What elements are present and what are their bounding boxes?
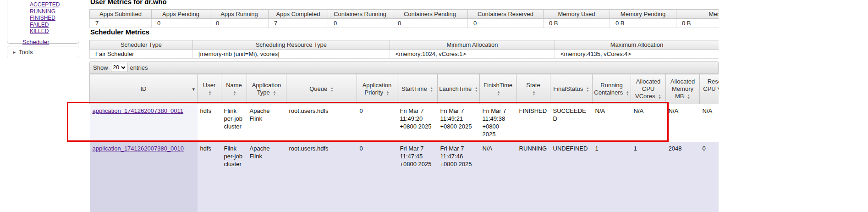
- expand-arrow-icon: ▸: [13, 50, 16, 55]
- col-header-running-containers[interactable]: Running Containers ▲▼: [593, 74, 631, 104]
- sidebar-link-killed[interactable]: KILLED: [30, 28, 49, 34]
- sort-icon: ▲▼: [386, 90, 390, 95]
- sidebar-link-failed[interactable]: FAILED: [30, 22, 49, 28]
- sort-icon: ▲▼: [626, 90, 629, 95]
- col-label: Allocated CPU VCores: [635, 78, 660, 100]
- col-header-allocated-cpu-vcores[interactable]: Allocated CPU VCores ▲▼: [631, 74, 666, 104]
- main-content: User Metrics for dr.who Apps Submitted A…: [89, 0, 719, 212]
- col-header-application-type[interactable]: Application Type ▲▼: [247, 74, 286, 104]
- metrics-col-apps-submitted: Apps Submitted: [90, 10, 152, 19]
- scheduler-col-type: Scheduler Type: [90, 40, 193, 50]
- col-label: LaunchTime: [439, 85, 472, 92]
- table-toolbar: Show 20 entries: [89, 61, 719, 74]
- col-header-allocated-memory-mb[interactable]: Allocated Memory MB ▲▼: [666, 74, 700, 104]
- metrics-value: 0 B: [544, 19, 610, 28]
- sidebar-link-accepted[interactable]: ACCEPTED: [30, 1, 60, 8]
- cell-allocated-memory-mb: N/A: [666, 104, 700, 142]
- sort-icon: ▲▼: [233, 90, 236, 95]
- sort-icon: ▲▼: [475, 87, 478, 92]
- metrics-value: 7: [90, 19, 152, 28]
- sort-desc-icon: ▾: [192, 85, 195, 93]
- col-label: StartTime: [401, 85, 427, 92]
- cell-application-priority: 0: [357, 104, 397, 142]
- scheduling-resource-type-value: [memory-mb (unit=Mi), vcores]: [193, 50, 390, 59]
- col-header-application-priority[interactable]: Application Priority ▲▼: [357, 74, 397, 104]
- col-label: Reserved CPU VCores: [703, 78, 719, 92]
- cell-application-type: Apache Flink: [247, 104, 286, 142]
- tools-label: Tools: [19, 49, 33, 56]
- yarn-rm-ui-screen: ACCEPTED RUNNING FINISHED FAILED KILLED …: [0, 0, 868, 212]
- minimum-allocation-value: <memory:1024, vCores:1>: [390, 50, 555, 59]
- sidebar-link-finished[interactable]: FINISHED: [30, 15, 55, 21]
- metrics-col-memory-total: Memory Total: [676, 10, 719, 19]
- col-header-name[interactable]: Name ▲▼: [221, 74, 247, 104]
- user-metrics-table: Apps Submitted Apps Pending Apps Running…: [89, 9, 719, 28]
- cell-name: Flink per-job cluster: [221, 142, 247, 212]
- scheduler-type-value: Fair Scheduler: [90, 50, 193, 59]
- col-header-start-time[interactable]: StartTime ▲▼: [397, 74, 438, 104]
- cell-final-status: UNDEFINED: [550, 142, 593, 212]
- cell-reserved-cpu-vcores: N/A: [700, 104, 719, 142]
- metrics-value: 0: [468, 19, 544, 28]
- cell-allocated-cpu-vcores: 1: [631, 142, 666, 212]
- cell-user: hdfs: [198, 142, 221, 212]
- metrics-col-apps-running: Apps Running: [210, 10, 269, 19]
- col-header-launch-time[interactable]: LaunchTime ▲▼: [438, 74, 480, 104]
- col-label: Allocated Memory MB: [670, 78, 695, 100]
- sort-icon: ▲▼: [497, 90, 500, 95]
- metrics-value: 0: [210, 19, 269, 28]
- cell-running-containers: 1: [593, 142, 631, 212]
- cell-start-time: Fri Mar 7 11:47:45 +0800 2025: [397, 142, 438, 212]
- cell-state: RUNNING: [516, 142, 550, 212]
- col-label: Name: [223, 82, 245, 89]
- metrics-header-row: Apps Submitted Apps Pending Apps Running…: [90, 10, 719, 19]
- col-header-user[interactable]: User ▲▼: [198, 74, 221, 104]
- col-label: Running Containers: [594, 82, 623, 96]
- page-size-control: Show 20 entries: [93, 63, 148, 72]
- col-header-state[interactable]: State ▲▼: [516, 74, 550, 104]
- sidebar-tools-header[interactable]: ▸ Tools: [7, 46, 79, 58]
- col-label: FinishTime: [483, 82, 512, 89]
- app-link[interactable]: application_1741262007380_0010: [93, 145, 184, 152]
- cell-launch-time: Fri Mar 7 11:49:21 +0800 2025: [438, 104, 480, 142]
- cell-state: FINISHED: [516, 104, 550, 142]
- maximum-allocation-value: <memory:4135, vCores:4>: [555, 50, 719, 59]
- cell-user: hdfs: [198, 104, 221, 142]
- list-item: FINISHED: [30, 15, 79, 22]
- metrics-value: 0: [328, 19, 392, 28]
- scheduler-col-max-allocation: Maximum Allocation: [555, 40, 719, 50]
- cell-queue: root.users.hdfs: [286, 104, 357, 142]
- col-label: FinalStatus: [553, 85, 583, 92]
- list-item: KILLED: [30, 28, 79, 35]
- scheduler-metrics-table: Scheduler Type Scheduling Resource Type …: [89, 40, 719, 59]
- metrics-col-apps-pending: Apps Pending: [152, 10, 210, 19]
- cell-final-status: SUCCEEDED: [550, 104, 593, 142]
- metrics-value: 0 B: [610, 19, 676, 28]
- sort-icon: ▲▼: [430, 87, 433, 92]
- sidebar-link-running[interactable]: RUNNING: [30, 8, 55, 15]
- applications-header-row: ID ▾ User ▲▼ Name ▲▼ Application Type ▲▼: [90, 74, 719, 104]
- col-header-reserved-cpu-vcores[interactable]: Reserved CPU VCores ▲▼: [700, 74, 719, 104]
- metrics-value: 7: [269, 19, 328, 28]
- col-header-queue[interactable]: Queue ▲▼: [286, 74, 357, 104]
- cell-reserved-cpu-vcores: 0: [700, 142, 719, 212]
- cell-application-priority: 0: [357, 142, 397, 212]
- sidebar-link-scheduler[interactable]: Scheduler: [22, 39, 49, 45]
- metrics-col-containers-reserved: Containers Reserved: [468, 10, 544, 19]
- col-label: Application Type: [252, 82, 281, 96]
- app-row: application_1741262007380_0010 hdfs Flin…: [90, 142, 719, 212]
- cell-finish-time: Fri Mar 7 11:49:38 +0800 2025: [480, 104, 516, 142]
- app-link[interactable]: application_1741262007380_0011: [93, 107, 184, 114]
- metrics-col-memory-used: Memory Used: [544, 10, 610, 19]
- col-header-id[interactable]: ID ▾: [90, 74, 198, 104]
- scheduler-col-min-allocation: Minimum Allocation: [390, 40, 555, 50]
- col-header-final-status[interactable]: FinalStatus ▲▼: [550, 74, 593, 104]
- cell-application-type: Apache Flink: [247, 142, 286, 212]
- cell-id: application_1741262007380_0010: [90, 142, 198, 212]
- col-label: Queue: [309, 85, 327, 92]
- col-header-finish-time[interactable]: FinishTime ▲▼: [480, 74, 516, 104]
- page-size-select[interactable]: 20: [111, 63, 127, 72]
- scheduler-col-resource-type: Scheduling Resource Type: [193, 40, 390, 50]
- metrics-col-apps-completed: Apps Completed: [269, 10, 328, 19]
- sort-icon: ▲▼: [209, 90, 212, 95]
